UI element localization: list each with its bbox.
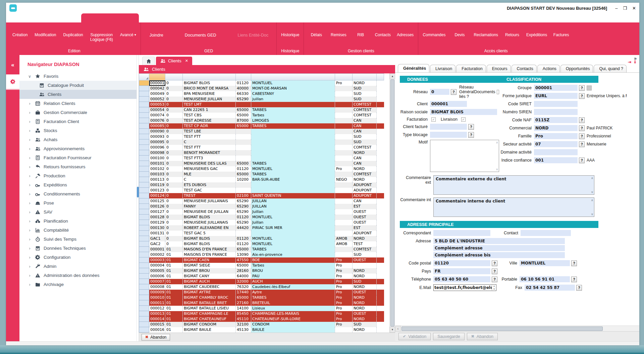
cell-cp[interactable]: 65290 — [236, 220, 251, 225]
tree-item[interactable]: › Suivi des Temps — [19, 235, 137, 244]
home-tab[interactable] — [142, 57, 155, 65]
cell-client[interactable]: 000123 — [149, 188, 165, 193]
cell-reseau[interactable]: 0 — [165, 193, 183, 198]
cell-ville[interactable]: AUCH — [251, 279, 335, 284]
ribbon-button[interactable]: Liens Entité-Doc — [235, 33, 269, 38]
ribbon-button[interactable]: Adresses — [394, 22, 417, 48]
cell-cp[interactable]: 32000 — [236, 279, 251, 284]
cell-cp[interactable] — [236, 129, 251, 134]
cell-ville[interactable]: TARBES — [251, 107, 335, 113]
cell-commercial[interactable]: OUEST — [353, 215, 377, 220]
scroll-left-arrow[interactable]: ‹ — [395, 326, 401, 332]
cell-ville[interactable]: MONTLUEL — [251, 241, 335, 247]
cell-client[interactable]: 000085 — [149, 123, 165, 129]
cell-raison-sociale[interactable]: BIGMAT BLOIS — [183, 80, 236, 86]
cell-cp[interactable] — [236, 134, 251, 139]
tree-item[interactable]: Catalogue Produit — [19, 81, 137, 90]
detail-tab[interactable]: Actions — [537, 65, 560, 72]
cell-famille[interactable] — [335, 139, 353, 145]
cell-cp[interactable]: 28160 — [236, 268, 251, 274]
row-selector[interactable] — [139, 316, 149, 322]
cell-raison-sociale[interactable]: MENUISERIE JUILLANAIS — [183, 220, 236, 225]
cell-ville[interactable]: SAINT QUENTIN — [251, 193, 335, 198]
indice-confiance-field[interactable]: 001 — [534, 157, 578, 163]
row-selector[interactable] — [139, 193, 149, 198]
minimize-button[interactable]: – — [615, 6, 618, 11]
cell-cp[interactable]: 01120 — [236, 241, 251, 247]
cell-ville[interactable] — [251, 129, 335, 134]
cell-famille[interactable] — [335, 225, 353, 231]
ribbon-button[interactable]: Suppression Logique (F6) — [87, 22, 117, 48]
sidebar-splitter[interactable] — [137, 55, 139, 341]
table-row[interactable]: 000009 01 BIGMAT AYTRE 17440 Aytre Pro O… — [139, 290, 384, 295]
row-selector[interactable] — [139, 241, 149, 247]
cell-cp[interactable]: 65000 — [236, 295, 251, 300]
reseau-help-button[interactable]: ? — [451, 89, 457, 95]
row-selector[interactable] — [139, 209, 149, 215]
ribbon-button[interactable]: Historique — [278, 22, 302, 48]
table-row[interactable]: 000049 0 BPA MENUISERIE 66330 CABESTANY … — [139, 91, 384, 97]
cell-raison-sociale[interactable]: BIGMAT BAULE — [183, 327, 236, 333]
row-selector[interactable] — [139, 220, 149, 225]
cell-cp[interactable]: 47550 — [236, 257, 251, 263]
cell-client[interactable]: 000053 — [149, 102, 165, 107]
tree-item[interactable]: › Facturation Client — [19, 117, 137, 126]
tree-item[interactable]: › Retours fournisseurs — [19, 162, 137, 171]
cell-ville[interactable]: BAR-SUR-AUBE — [251, 177, 335, 182]
cell-commercial[interactable]: NORD — [353, 295, 377, 300]
table-row[interactable]: 000054 0 CAN 22265 1 65000 TARBES COMTES… — [139, 107, 384, 113]
ribbon-button[interactable]: Délais — [305, 22, 327, 48]
cell-commercial[interactable]: NORD — [353, 150, 377, 156]
cell-cp[interactable]: 65000 — [236, 247, 251, 252]
pays-field[interactable]: FR — [433, 268, 490, 274]
cell-cp[interactable] — [236, 102, 251, 107]
cell-client[interactable]: 000124 — [149, 193, 165, 198]
cell-commercial[interactable]: CAN — [353, 123, 377, 129]
cell-client[interactable]: 000013 — [149, 311, 165, 316]
cell-famille[interactable] — [335, 188, 353, 193]
cell-client[interactable]: 000076 — [149, 118, 165, 123]
cell-cp[interactable] — [236, 145, 251, 150]
cell-commercial[interactable]: TEST — [353, 241, 377, 247]
cell-raison-sociale[interactable]: BIGMAT BATAILLE BRET — [183, 300, 236, 306]
cell-client[interactable]: 000130 — [149, 225, 165, 231]
cell-reseau[interactable]: 0 — [165, 129, 183, 134]
cell-reseau[interactable]: 01 — [165, 247, 183, 252]
row-selector[interactable] — [139, 166, 149, 172]
famille-help-button[interactable]: ? — [579, 133, 585, 139]
cell-ville[interactable]: Tarbes — [251, 113, 335, 118]
cell-reseau[interactable]: 01 — [165, 290, 183, 295]
cell-famille[interactable]: Pro — [335, 306, 353, 311]
cell-commercial[interactable]: NORD — [353, 274, 377, 279]
chevron-icon[interactable]: › — [28, 137, 32, 142]
cell-cp[interactable]: 44420 — [236, 225, 251, 231]
ribbon-button[interactable]: Avancé▾ — [117, 22, 139, 48]
row-selector[interactable] — [139, 188, 149, 193]
ribbon-tab[interactable] — [81, 13, 139, 22]
tree-item[interactable]: › Comptabilité — [19, 226, 137, 235]
cell-reseau[interactable]: 0 — [165, 166, 183, 172]
scroll-up-icon[interactable]: ∧ — [591, 198, 593, 202]
cell-reseau[interactable]: 0 — [165, 172, 183, 177]
cell-commercial[interactable]: NORD — [353, 80, 377, 86]
cell-ville[interactable] — [251, 134, 335, 139]
table-row[interactable]: 000053 0 TEST LMT COMTEST — [139, 102, 384, 107]
pays-help-button[interactable]: ? — [492, 269, 497, 274]
row-selector[interactable] — [139, 177, 149, 182]
cell-ville[interactable] — [251, 150, 335, 156]
cell-cp[interactable]: 65290 — [236, 97, 251, 102]
ribbon-button[interactable]: Remises — [327, 22, 350, 48]
ribbon-button[interactable]: Documents GED — [182, 33, 216, 38]
table-row[interactable]: 000002 01 MAISONS D'EN FRANCE 13090 Aix-… — [139, 252, 384, 257]
tree-item[interactable]: › Stocks — [19, 126, 137, 135]
cell-raison-sociale[interactable]: MLE — [183, 172, 236, 177]
scroll-up-arrow[interactable]: ▲ — [390, 73, 395, 79]
cell-cp[interactable]: 65000 — [236, 263, 251, 268]
cell-commercial[interactable]: NORD — [353, 166, 377, 172]
chevron-icon[interactable]: › — [28, 128, 32, 133]
cell-cp[interactable] — [236, 182, 251, 188]
tree-item[interactable]: › Relation Clients — [19, 99, 137, 108]
cell-ville[interactable]: Juillan — [251, 209, 335, 215]
cell-client[interactable]: 000004 — [149, 263, 165, 268]
row-selector[interactable] — [139, 156, 149, 161]
